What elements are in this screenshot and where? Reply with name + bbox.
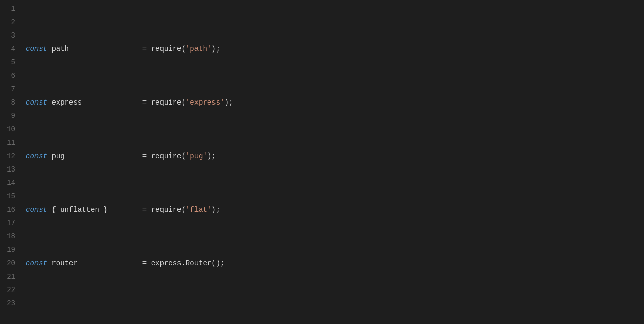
code-line-1: const path = require('path'); [26, 42, 639, 56]
code-line-5: const router = express.Router(); [26, 257, 639, 270]
code-line-3: const pug = require('pug'); [26, 149, 639, 163]
code-editor: 1 2 3 4 5 6 7 8 9 10 11 12 13 14 15 16 1… [0, 0, 644, 324]
code-line-2: const express = require('express'); [26, 96, 639, 109]
code-content[interactable]: const path = require('path'); const expr… [21, 2, 644, 324]
code-line-6 [26, 310, 639, 323]
line-number-column: 1 2 3 4 5 6 7 8 9 10 11 12 13 14 15 16 1… [0, 2, 21, 324]
code-line-4: const { unflatten } = require('flat'); [26, 203, 639, 216]
